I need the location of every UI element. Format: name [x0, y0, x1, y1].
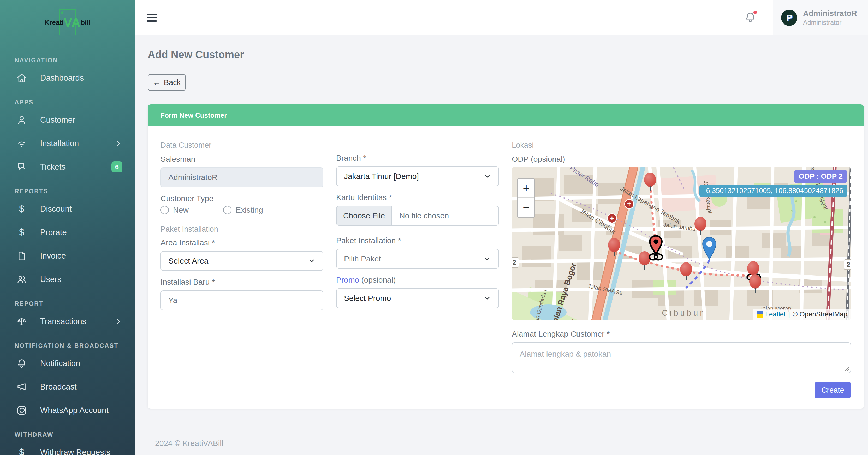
zoom-in-button[interactable]: + [518, 179, 534, 198]
sidebar-item-invoice[interactable]: Invoice [0, 248, 135, 264]
map-marker-red[interactable] [644, 173, 656, 187]
avatar: P [781, 10, 797, 26]
logo-dot [61, 11, 63, 14]
section-data-customer: Data Customer [160, 141, 323, 150]
section-lokasi: Lokasi [512, 141, 851, 150]
file-status: No file chosen [392, 211, 449, 220]
whatsapp-icon [16, 405, 27, 416]
dollar-icon: $ [16, 447, 27, 455]
map-marker-red[interactable] [749, 274, 761, 289]
chevron-down-icon [483, 294, 491, 302]
user-role: Administrator [803, 19, 857, 26]
copyright-text: 2024 © KreatiVABill [155, 439, 223, 448]
map-zoom-control: + − [517, 178, 535, 218]
back-button[interactable]: ← Back [148, 74, 186, 91]
map-attribution: Leaflet | © OpenStreetMap [753, 309, 851, 320]
file-icon [16, 251, 27, 261]
section-paket-installation: Paket Installation [160, 225, 323, 233]
user-name: AdministratoR [803, 9, 857, 18]
road-number-badge: 2 [844, 259, 851, 270]
customer-type-label: Customer Type [160, 194, 323, 203]
hospital-icon: + [607, 214, 617, 223]
promo-link[interactable]: Promo [336, 275, 359, 284]
create-button[interactable]: Create [814, 382, 851, 398]
scale-icon [16, 316, 27, 327]
top-header: P AdministratoR Administrator [135, 0, 868, 35]
map-marker-red[interactable] [747, 261, 759, 275]
leaflet-link[interactable]: Leaflet [765, 310, 785, 318]
choose-file-button[interactable]: Choose File [337, 206, 392, 225]
hospital-icon: + [624, 199, 634, 209]
promo-select[interactable]: Select Promo [336, 288, 499, 308]
main-content: Add New Customer ← Back Form New Custome… [135, 35, 868, 455]
bell-icon [16, 358, 27, 369]
tickets-count-badge: 6 [112, 162, 122, 172]
section-label-apps: APPS [14, 99, 120, 106]
home-icon [16, 72, 27, 84]
chevron-down-icon [483, 172, 491, 180]
section-label-navigation: NAVIGATION [14, 57, 120, 64]
customer-type-radios: New Existing [160, 205, 323, 215]
footer: 2024 © KreatiVABill [135, 431, 868, 455]
sidebar-item-users[interactable]: Users [0, 271, 135, 288]
app-logo[interactable]: Kreati VA bill [0, 0, 135, 44]
sidebar-item-prorate[interactable]: $ Prorate [0, 224, 135, 241]
form-card: Form New Customer Data Customer Salesman… [148, 104, 864, 409]
logo-text: Kreati VA bill [44, 15, 90, 30]
radio-new[interactable]: New [160, 205, 223, 215]
map-marker-red[interactable] [694, 217, 707, 231]
section-label-withdraw: WITHDRAW [14, 431, 120, 438]
users-icon [16, 274, 27, 285]
radio-existing[interactable]: Existing [223, 205, 286, 215]
branch-select[interactable]: Jakarta Timur [Demo] [336, 166, 499, 186]
sidebar-item-broadcast[interactable]: Broadcast [0, 379, 135, 395]
installasi-baru-input[interactable]: Ya [160, 290, 323, 310]
page-title: Add New Customer [148, 49, 868, 61]
chevron-down-icon [483, 255, 491, 263]
notification-bell-button[interactable] [744, 11, 756, 24]
megaphone-icon [16, 382, 27, 392]
sidebar-item-withdraw-requests[interactable]: $ Withdraw Requests [0, 444, 135, 455]
sidebar-item-notification[interactable]: Notification [0, 355, 135, 372]
sidebar-item-whatsapp-account[interactable]: WhatsApp Account [0, 402, 135, 419]
salesman-input: AdministratoR [160, 167, 323, 187]
area-installasi-select[interactable]: Select Area [160, 251, 323, 271]
menu-toggle-button[interactable] [147, 13, 157, 22]
openstreetmap-link[interactable]: © OpenStreetMap [793, 310, 847, 318]
chat-icon [16, 162, 27, 172]
odp-label: ODP (opsional) [512, 155, 851, 164]
radio-new-circle[interactable] [160, 206, 169, 214]
installasi-baru-label: Installasi Baru * [160, 278, 323, 287]
radio-existing-circle[interactable] [223, 206, 231, 214]
sidebar-item-tickets[interactable]: Tickets 6 [0, 159, 135, 175]
notification-dot [753, 10, 757, 14]
sidebar-item-dashboards[interactable]: Dashboards [0, 70, 135, 86]
section-label-notification-broadcast: NOTIFICATION & BROADCAST [14, 342, 120, 349]
leaflet-flag-icon [757, 311, 763, 318]
zoom-out-button[interactable]: − [518, 198, 534, 217]
area-installasi-label: Area Installasi * [160, 238, 323, 247]
sidebar-item-transactions[interactable]: Transactions [0, 313, 135, 330]
chevron-right-icon [115, 139, 122, 148]
user-icon [16, 115, 27, 126]
sidebar-item-installation[interactable]: Installation [0, 135, 135, 152]
odp-pin-marker[interactable] [647, 235, 665, 261]
sidebar: Kreati VA bill NAVIGATION Dashboards APP… [0, 0, 135, 455]
sidebar-item-customer[interactable]: Customer [0, 112, 135, 128]
map-marker-red[interactable] [680, 262, 692, 276]
odp-tooltip-badge: ODP : ODP 2 [794, 170, 847, 183]
paket-installation-select[interactable]: Pilih Paket [336, 249, 499, 269]
sidebar-item-discount[interactable]: $ Discount [0, 201, 135, 217]
promo-label: Promo (opsional) [336, 275, 499, 284]
kartu-identitas-file-input[interactable]: Choose File No file chosen [336, 206, 499, 226]
user-menu[interactable]: P AdministratoR Administrator [773, 0, 868, 35]
dollar-icon: $ [16, 203, 27, 215]
chevron-right-icon [115, 318, 122, 325]
map-marker-red[interactable] [608, 238, 620, 252]
road-number-badge: 2 [512, 257, 519, 268]
paket-installation-label: Paket Installation * [336, 236, 499, 245]
leaflet-map[interactable]: Jalan Raya Bogor Jalan Cibubur Jalan Lap… [512, 167, 851, 320]
selected-location-pin[interactable] [702, 237, 716, 260]
alamat-textarea[interactable] [512, 342, 851, 373]
back-arrow-icon: ← [153, 78, 161, 86]
